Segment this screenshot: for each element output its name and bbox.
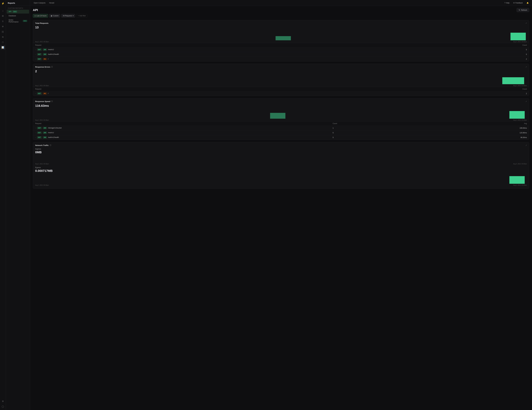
- status-badge: 200: [43, 136, 47, 139]
- svg-rect-3: [270, 113, 285, 119]
- table-row[interactable]: › GET 200 /rest/v1/ 5 120.80ms: [33, 130, 529, 135]
- request-cell: › GET 200 /storage/v1/bucket: [33, 126, 330, 130]
- icon-rail: ⚡ ⌂ ⊞ ⎘ ⊕ ⚿ ⧉ ⬡ 📊 ⚙ ◯: [0, 0, 6, 410]
- row-expand-icon[interactable]: ›: [35, 58, 36, 60]
- network-traffic-header: Network Traffic ⓘ ↗: [33, 142, 529, 148]
- page-title: API: [33, 8, 38, 12]
- total-requests-external-icon[interactable]: ↗: [525, 22, 527, 24]
- nav-lock-icon[interactable]: ⚿: [0, 29, 5, 34]
- refresh-button[interactable]: ↻ Refresh: [517, 8, 529, 12]
- total-requests-col-request: Request: [33, 43, 410, 47]
- filter-bar: ◷ Last 24 hours ▦ Custom All Requests ▾ …: [33, 14, 529, 18]
- path-text: /: [48, 58, 48, 60]
- add-filter-button[interactable]: + Add filter: [76, 14, 87, 18]
- network-traffic-ingress-svg: [35, 156, 527, 165]
- table-row[interactable]: › GET 401 / 2: [33, 57, 529, 62]
- path-text: /: [48, 93, 48, 94]
- status-badge: 200: [43, 131, 47, 134]
- nav-reports-icon[interactable]: 📊: [0, 45, 5, 50]
- sidebar-section-label: Custom reports: [6, 6, 30, 9]
- top-nav: Open Catalysts Herald ? Help ✉ Feedback …: [30, 0, 532, 6]
- network-traffic-ingress-label: Ingress: [33, 148, 529, 150]
- refresh-label: Refresh: [521, 9, 527, 11]
- path-text: /rest/v1/: [48, 49, 54, 51]
- network-traffic-egress-timestamps: Aug 2, 2023, 06:30pm Aug 4, 2023, 05:00a…: [33, 184, 529, 186]
- custom-filter[interactable]: ▦ Custom: [49, 14, 60, 18]
- network-traffic-info-icon[interactable]: ⓘ: [50, 144, 51, 147]
- app-logo[interactable]: ⚡: [0, 1, 5, 6]
- response-errors-table: Request Count › GET 401 / 2: [33, 87, 529, 96]
- response-speed-external-icon[interactable]: ↗: [525, 100, 527, 102]
- sidebar-item-query-performance[interactable]: Query Performance NEW: [7, 18, 29, 24]
- request-cell: › GET 401 /: [33, 91, 364, 96]
- response-errors-chart: [33, 75, 529, 84]
- row-expand-icon[interactable]: ›: [35, 49, 36, 50]
- request-cell: › GET 200 /rest/v1/: [33, 130, 330, 135]
- response-errors-card: Response Errors ⓘ ↗ 2 Aug 2, 2023, 06:30…: [33, 64, 529, 96]
- network-traffic-ingress-chart: [33, 156, 529, 162]
- response-speed-card: Response Speed ⓘ ↗ 116.63ms Aug 2, 2023,…: [33, 98, 529, 140]
- response-errors-end-time: Aug 3, 2023, 02:00am: [513, 85, 527, 86]
- response-speed-col-count: Count: [330, 121, 416, 126]
- time-range-filter[interactable]: ◷ Last 24 hours: [33, 14, 48, 18]
- row-expand-icon[interactable]: ›: [35, 137, 36, 138]
- avg-cell: 199.00ms: [416, 126, 529, 130]
- tab-open-catalysts[interactable]: Open Catalysts: [32, 1, 47, 5]
- nav-home-icon[interactable]: ⌂: [0, 8, 5, 13]
- help-button[interactable]: ? Help: [503, 1, 511, 5]
- sidebar-item-qp-badge: NEW: [23, 20, 27, 22]
- row-expand-icon[interactable]: ›: [35, 54, 36, 55]
- nav-file-icon[interactable]: ⎘: [0, 19, 5, 24]
- page-header-right: ↻ Refresh: [517, 8, 529, 12]
- sidebar-item-database-label: Database: [9, 15, 16, 17]
- count-cell: 2: [410, 57, 529, 62]
- response-errors-value: 2: [33, 70, 529, 75]
- status-badge: 200: [43, 48, 47, 51]
- status-badge: 200: [43, 53, 47, 56]
- response-speed-info-icon[interactable]: ⓘ: [51, 100, 53, 102]
- count-cell: 5: [410, 52, 529, 57]
- network-traffic-egress-chart: [33, 174, 529, 184]
- nav-user-icon[interactable]: ◯: [0, 404, 5, 409]
- response-speed-start-time: Aug 2, 2023, 06:30pm: [35, 119, 49, 121]
- response-errors-external-icon[interactable]: ↗: [525, 66, 527, 68]
- table-row[interactable]: › GET 401 / 2: [33, 91, 529, 96]
- svg-rect-5: [509, 176, 525, 184]
- nav-settings-icon[interactable]: ⚙: [0, 399, 5, 404]
- nav-storage-icon[interactable]: ⬡: [0, 40, 5, 45]
- time-range-label: Last 24 hours: [37, 15, 47, 17]
- nav-layers-icon[interactable]: ⧉: [0, 35, 5, 39]
- help-icon: ?: [504, 2, 505, 4]
- row-expand-icon[interactable]: ›: [35, 93, 36, 94]
- bell-button[interactable]: 🔔: [525, 1, 530, 5]
- total-requests-svg: [35, 31, 527, 40]
- sidebar-item-database[interactable]: Database: [7, 14, 29, 18]
- nav-database-icon[interactable]: ⊕: [0, 24, 5, 29]
- response-speed-value: 116.63ms: [33, 104, 529, 109]
- table-row[interactable]: › GET 200 /storage/v1/bucket 1 199.00ms: [33, 126, 529, 130]
- method-badge: GET: [37, 92, 42, 95]
- feedback-button[interactable]: ✉ Feedback: [512, 1, 524, 5]
- response-errors-info-icon[interactable]: ⓘ: [51, 66, 53, 68]
- network-traffic-egress-value: 0.000717MB: [33, 169, 529, 174]
- nav-grid-icon[interactable]: ⊞: [0, 14, 5, 18]
- response-speed-col-avg: Avg: [416, 121, 529, 126]
- total-requests-card: Total Requests ↗ 13 Aug 2, 2023, 06:30pm…: [33, 20, 529, 62]
- method-badge: GET: [37, 131, 42, 134]
- tab-herald[interactable]: Herald: [48, 1, 56, 5]
- sidebar-item-qp-label: Query Performance: [9, 19, 21, 23]
- row-expand-icon[interactable]: ›: [35, 127, 36, 129]
- path-text: /auth/v1/health: [48, 136, 59, 138]
- table-row[interactable]: › GET 200 /rest/v1/ 5: [33, 47, 529, 52]
- chevron-down-icon: ▾: [73, 15, 74, 17]
- table-row[interactable]: › GET 200 /auth/v1/health 5: [33, 52, 529, 57]
- row-expand-icon[interactable]: ›: [35, 132, 36, 133]
- count-cell: 5: [410, 47, 529, 52]
- sidebar-item-api[interactable]: API NEW: [7, 10, 29, 14]
- network-traffic-external-icon[interactable]: ↗: [525, 144, 527, 146]
- svg-rect-1: [511, 33, 526, 40]
- all-requests-filter[interactable]: All Requests ▾: [61, 14, 75, 18]
- status-badge: 401: [43, 58, 47, 60]
- table-row[interactable]: › GET 200 /auth/v1/health 5 96.00ms: [33, 135, 529, 140]
- network-traffic-egress-svg: [35, 174, 527, 184]
